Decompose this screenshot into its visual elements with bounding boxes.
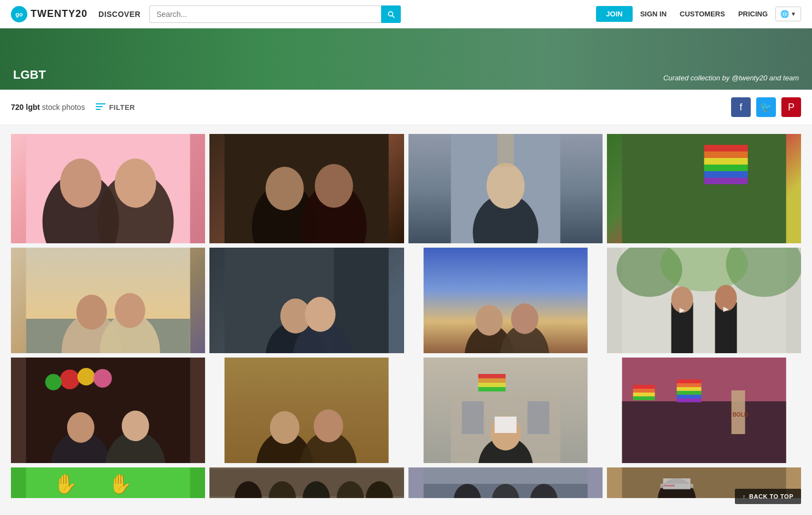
svg-rect-19 bbox=[704, 151, 747, 158]
svg-point-55 bbox=[45, 374, 62, 390]
photo-image bbox=[209, 358, 404, 463]
language-selector[interactable]: 🌐 ▼ bbox=[775, 7, 801, 21]
search-button[interactable] bbox=[381, 5, 401, 23]
back-to-top-button[interactable]: ↑ BACK TO TOP bbox=[735, 489, 801, 504]
svg-point-54 bbox=[78, 368, 95, 385]
svg-point-39 bbox=[475, 305, 503, 336]
photo-item[interactable]: BOLD bbox=[607, 358, 801, 463]
svg-rect-90 bbox=[676, 399, 701, 402]
svg-rect-81 bbox=[633, 385, 655, 389]
facebook-share-button[interactable]: f bbox=[731, 97, 751, 117]
photo-svg bbox=[408, 358, 603, 463]
svg-rect-86 bbox=[676, 383, 701, 387]
svg-rect-84 bbox=[633, 396, 655, 400]
photo-image: BOLD bbox=[607, 358, 801, 463]
twitter-icon: 🐦 bbox=[760, 101, 772, 113]
svg-point-60 bbox=[122, 411, 149, 441]
search-icon bbox=[387, 10, 395, 19]
hero-banner: LGBT Curated collection by @twenty20 and… bbox=[0, 28, 812, 90]
photo-suffix: stock photos bbox=[42, 103, 85, 112]
pinterest-share-button[interactable]: P bbox=[781, 97, 801, 117]
photo-item[interactable] bbox=[209, 467, 404, 498]
photo-image bbox=[408, 358, 603, 463]
svg-point-59 bbox=[67, 412, 95, 443]
customers-link[interactable]: CUSTOMERS bbox=[674, 10, 731, 18]
svg-point-14 bbox=[486, 163, 524, 209]
svg-rect-85 bbox=[676, 379, 701, 383]
navbar: go TWENTY20 DISCOVER JOIN SIGN IN CUSTOM… bbox=[0, 0, 812, 28]
photo-svg bbox=[408, 467, 603, 498]
svg-rect-82 bbox=[633, 389, 655, 393]
photo-image bbox=[209, 467, 404, 498]
svg-rect-88 bbox=[676, 391, 701, 395]
svg-text:✋: ✋ bbox=[108, 472, 132, 495]
photo-count-number: 720 bbox=[11, 103, 24, 112]
photo-item[interactable] bbox=[11, 134, 205, 243]
photo-image bbox=[11, 134, 205, 243]
category-label: LGBT bbox=[13, 68, 46, 82]
svg-point-65 bbox=[270, 411, 300, 444]
photo-count: 720 lgbt stock photos bbox=[11, 103, 85, 112]
social-share: f 🐦 P bbox=[731, 97, 801, 117]
back-to-top-label: BACK TO TOP bbox=[749, 493, 793, 500]
chevron-down-icon: ▼ bbox=[791, 11, 796, 17]
join-button[interactable]: JOIN bbox=[596, 6, 632, 22]
photo-item[interactable] bbox=[11, 358, 205, 463]
photo-svg bbox=[209, 467, 404, 498]
svg-rect-20 bbox=[704, 158, 747, 165]
photo-item[interactable] bbox=[607, 134, 801, 243]
photo-item[interactable] bbox=[209, 248, 404, 353]
photo-item[interactable] bbox=[408, 248, 603, 353]
svg-rect-83 bbox=[633, 393, 655, 396]
photo-item[interactable] bbox=[209, 134, 404, 243]
photo-image bbox=[11, 248, 205, 353]
twitter-share-button[interactable]: 🐦 bbox=[756, 97, 776, 117]
photo-image: ✋ ✋ bbox=[11, 467, 205, 498]
logo-icon: go bbox=[11, 6, 27, 22]
photo-image bbox=[11, 358, 205, 463]
filter-button[interactable]: FILTER bbox=[96, 103, 135, 112]
svg-point-48 bbox=[715, 285, 737, 311]
photo-keyword: lgbt bbox=[26, 103, 40, 112]
globe-icon: 🌐 bbox=[780, 10, 789, 18]
svg-text:✋: ✋ bbox=[54, 472, 78, 495]
svg-point-28 bbox=[77, 295, 107, 330]
photo-item[interactable] bbox=[408, 358, 603, 463]
svg-text:Reebok: Reebok bbox=[663, 484, 675, 487]
svg-rect-70 bbox=[527, 401, 549, 434]
photo-svg bbox=[11, 134, 205, 243]
photo-item[interactable]: ✋ ✋ bbox=[11, 467, 205, 498]
photo-image bbox=[408, 248, 603, 353]
photo-image bbox=[607, 248, 801, 353]
svg-rect-71 bbox=[478, 374, 505, 378]
search-input[interactable] bbox=[149, 5, 401, 23]
photo-svg bbox=[408, 134, 603, 243]
svg-point-29 bbox=[115, 293, 145, 328]
photo-svg: BOLD bbox=[607, 358, 801, 463]
photo-item[interactable] bbox=[209, 358, 404, 463]
svg-rect-73 bbox=[478, 383, 505, 387]
svg-rect-22 bbox=[704, 171, 747, 178]
photo-item[interactable] bbox=[408, 467, 603, 498]
photo-image bbox=[408, 467, 603, 498]
svg-point-47 bbox=[671, 286, 693, 313]
photo-grid: BOLD ✋ ✋ bbox=[0, 125, 812, 507]
discover-nav-link[interactable]: DISCOVER bbox=[98, 10, 141, 19]
photo-svg bbox=[209, 248, 404, 353]
signin-link[interactable]: SIGN IN bbox=[635, 10, 672, 18]
filter-icon bbox=[96, 103, 106, 111]
pricing-link[interactable]: PRICING bbox=[733, 10, 773, 18]
pinterest-icon: P bbox=[788, 102, 795, 113]
filter-bar: 720 lgbt stock photos FILTER f 🐦 P bbox=[0, 90, 812, 125]
photo-item[interactable] bbox=[11, 248, 205, 353]
svg-rect-77 bbox=[494, 417, 516, 433]
svg-rect-72 bbox=[478, 378, 505, 383]
photo-svg: ✋ ✋ bbox=[11, 467, 205, 498]
svg-rect-10 bbox=[225, 134, 389, 243]
photo-item[interactable] bbox=[607, 248, 801, 353]
svg-rect-87 bbox=[676, 387, 701, 391]
photo-item[interactable] bbox=[408, 134, 603, 243]
svg-point-4 bbox=[115, 159, 156, 208]
logo[interactable]: go TWENTY20 bbox=[11, 6, 87, 22]
svg-point-56 bbox=[94, 369, 112, 388]
